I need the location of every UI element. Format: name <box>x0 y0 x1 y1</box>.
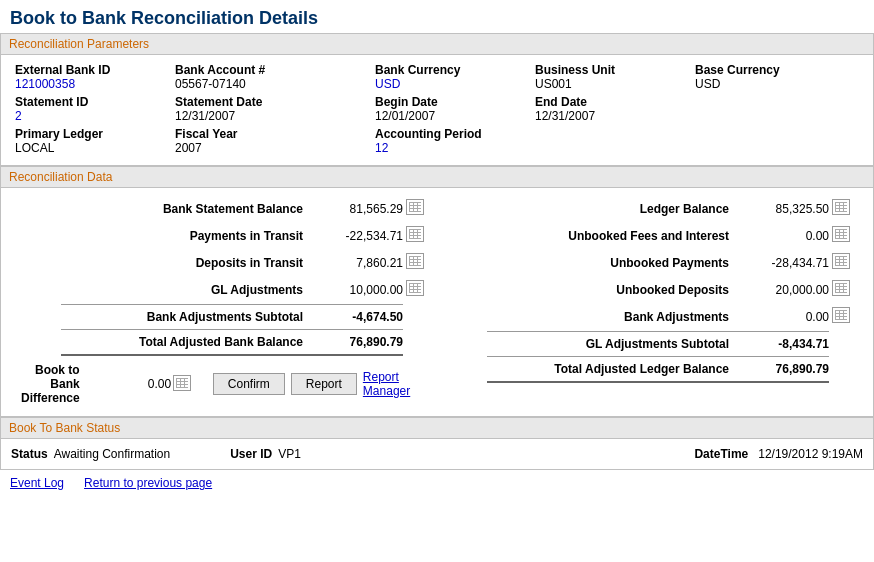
bank-adjustments-label: Bank Adjustments <box>447 310 739 324</box>
accounting-period-label: Accounting Period <box>375 127 527 141</box>
unbooked-payments-icon[interactable] <box>829 253 853 272</box>
unbooked-payments-row: Unbooked Payments -28,434.71 <box>447 250 853 275</box>
footer-links: Event Log Return to previous page <box>0 470 874 496</box>
bank-adjustments-row: Bank Adjustments 0.00 <box>447 304 853 329</box>
statement-date-value: 12/31/2007 <box>175 109 367 123</box>
empty-cell-1 <box>691 93 831 125</box>
gl-adj-subtotal-row: GL Adjustments Subtotal -8,434.71 <box>447 334 853 354</box>
bank-adjustments-value: 0.00 <box>739 310 829 324</box>
unbooked-deposits-value: 20,000.00 <box>739 283 829 297</box>
bank-statement-balance-label: Bank Statement Balance <box>21 202 313 216</box>
deposits-in-transit-icon[interactable] <box>403 253 427 272</box>
base-currency-cell: Base Currency USD <box>691 61 831 93</box>
ledger-balance-icon[interactable] <box>829 199 853 218</box>
payments-in-transit-row: Payments in Transit -22,534.71 <box>21 223 427 248</box>
ledger-balance-label: Ledger Balance <box>447 202 739 216</box>
book-to-bank-diff-label: Book to Bank Difference <box>21 363 90 405</box>
ledger-balance-row: Ledger Balance 85,325.50 <box>447 196 853 221</box>
unbooked-fees-value: 0.00 <box>739 229 829 243</box>
report-manager-link[interactable]: Report Manager <box>363 370 427 398</box>
bank-adj-subtotal-row: Bank Adjustments Subtotal -4,674.50 <box>21 307 427 327</box>
empty-cell-2 <box>531 125 691 157</box>
total-adjusted-bank-label: Total Adjusted Bank Balance <box>21 335 313 349</box>
gl-adjustments-row: GL Adjustments 10,000.00 <box>21 277 427 302</box>
payments-in-transit-label: Payments in Transit <box>21 229 313 243</box>
datetime-item: DateTime 12/19/2012 9:19AM <box>694 447 863 461</box>
primary-ledger-value: LOCAL <box>15 141 167 155</box>
recon-left-panel: Bank Statement Balance 81,565.29 Payment… <box>11 196 437 408</box>
book-to-bank-status-header: Book To Bank Status <box>0 417 874 439</box>
gl-adjustments-label: GL Adjustments <box>21 283 313 297</box>
external-bank-id-value: 121000358 <box>15 77 167 91</box>
begin-date-cell: Begin Date 12/01/2007 <box>371 93 531 125</box>
business-unit-value: US001 <box>535 77 687 91</box>
base-currency-label: Base Currency <box>695 63 827 77</box>
begin-date-value: 12/01/2007 <box>375 109 527 123</box>
reconciliation-params-section: External Bank ID 121000358 Bank Account … <box>0 55 874 166</box>
base-currency-value: USD <box>695 77 827 91</box>
bank-adj-subtotal-label: Bank Adjustments Subtotal <box>21 310 313 324</box>
confirm-button[interactable]: Confirm <box>213 373 285 395</box>
fiscal-year-label: Fiscal Year <box>175 127 367 141</box>
return-previous-link[interactable]: Return to previous page <box>84 476 212 490</box>
business-unit-cell: Business Unit US001 <box>531 61 691 93</box>
bank-adj-subtotal-value: -4,674.50 <box>313 310 403 324</box>
unbooked-fees-row: Unbooked Fees and Interest 0.00 <box>447 223 853 248</box>
user-id-value: VP1 <box>278 447 301 461</box>
bank-currency-label: Bank Currency <box>375 63 527 77</box>
bank-statement-balance-icon[interactable] <box>403 199 427 218</box>
bank-statement-balance-value: 81,565.29 <box>313 202 403 216</box>
book-to-bank-diff-icon[interactable] <box>171 375 193 394</box>
bank-account-value: 05567-07140 <box>175 77 367 91</box>
unbooked-deposits-row: Unbooked Deposits 20,000.00 <box>447 277 853 302</box>
bank-statement-balance-row: Bank Statement Balance 81,565.29 <box>21 196 427 221</box>
bank-account-cell: Bank Account # 05567-07140 <box>171 61 371 93</box>
unbooked-deposits-label: Unbooked Deposits <box>447 283 739 297</box>
total-adjusted-ledger-value: 76,890.79 <box>739 362 829 376</box>
recon-right-panel: Ledger Balance 85,325.50 Unbooked Fees a… <box>437 196 863 408</box>
reconciliation-params-header: Reconciliation Parameters <box>0 33 874 55</box>
primary-ledger-cell: Primary Ledger LOCAL <box>11 125 171 157</box>
deposits-in-transit-label: Deposits in Transit <box>21 256 313 270</box>
empty-cell-3 <box>691 125 831 157</box>
ledger-balance-value: 85,325.50 <box>739 202 829 216</box>
total-adjusted-ledger-row: Total Adjusted Ledger Balance 76,890.79 <box>447 359 853 379</box>
page-title: Book to Bank Reconciliation Details <box>0 0 874 33</box>
statement-date-label: Statement Date <box>175 95 367 109</box>
gl-adj-subtotal-label: GL Adjustments Subtotal <box>447 337 739 351</box>
total-adjusted-bank-row: Total Adjusted Bank Balance 76,890.79 <box>21 332 427 352</box>
event-log-link[interactable]: Event Log <box>10 476 64 490</box>
status-section: Status Awaiting Confirmation User ID VP1… <box>0 439 874 470</box>
status-row: Status Awaiting Confirmation User ID VP1… <box>11 445 863 463</box>
statement-date-cell: Statement Date 12/31/2007 <box>171 93 371 125</box>
payments-in-transit-icon[interactable] <box>403 226 427 245</box>
begin-date-label: Begin Date <box>375 95 527 109</box>
unbooked-fees-icon[interactable] <box>829 226 853 245</box>
reconciliation-data-header: Reconciliation Data <box>0 166 874 188</box>
user-id-label: User ID <box>230 447 272 461</box>
unbooked-payments-label: Unbooked Payments <box>447 256 739 270</box>
fiscal-year-cell: Fiscal Year 2007 <box>171 125 371 157</box>
fiscal-year-value: 2007 <box>175 141 367 155</box>
reconciliation-data-section: Bank Statement Balance 81,565.29 Payment… <box>0 188 874 417</box>
statement-id-cell: Statement ID 2 <box>11 93 171 125</box>
bank-adjustments-icon[interactable] <box>829 307 853 326</box>
total-adjusted-ledger-label: Total Adjusted Ledger Balance <box>447 362 739 376</box>
deposits-in-transit-value: 7,860.21 <box>313 256 403 270</box>
end-date-cell: End Date 12/31/2007 <box>531 93 691 125</box>
gl-adj-subtotal-value: -8,434.71 <box>739 337 829 351</box>
statement-id-value: 2 <box>15 109 167 123</box>
bank-currency-value: USD <box>375 77 527 91</box>
report-button[interactable]: Report <box>291 373 357 395</box>
datetime-value: 12/19/2012 9:19AM <box>758 447 863 461</box>
gl-adjustments-icon[interactable] <box>403 280 427 299</box>
business-unit-label: Business Unit <box>535 63 687 77</box>
book-to-bank-diff-value: 0.00 <box>90 377 171 391</box>
total-adjusted-bank-value: 76,890.79 <box>313 335 403 349</box>
unbooked-fees-label: Unbooked Fees and Interest <box>447 229 739 243</box>
book-to-bank-diff-row: Book to Bank Difference 0.00 Confirm Rep… <box>21 360 427 408</box>
unbooked-deposits-icon[interactable] <box>829 280 853 299</box>
status-label: Status <box>11 447 48 461</box>
end-date-label: End Date <box>535 95 687 109</box>
bank-currency-cell: Bank Currency USD <box>371 61 531 93</box>
